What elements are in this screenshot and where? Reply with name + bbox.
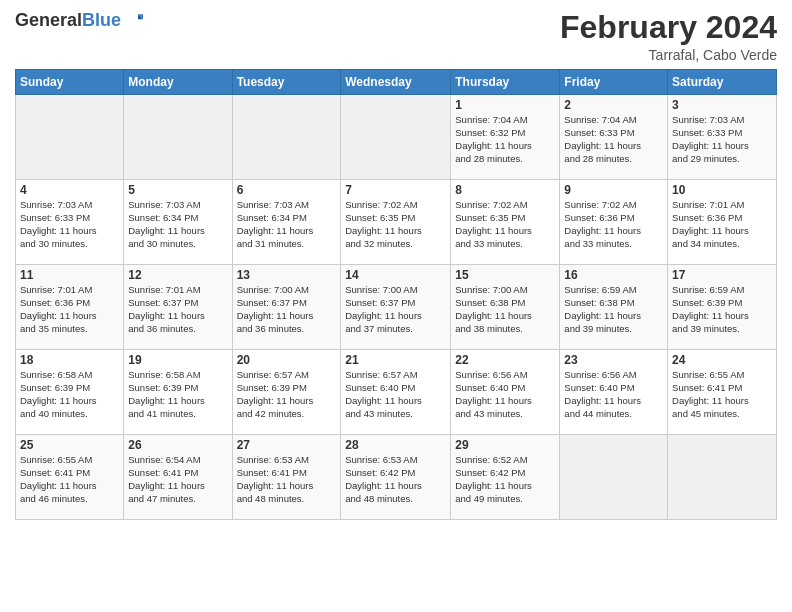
day-number: 22 xyxy=(455,353,555,367)
calendar-cell xyxy=(341,95,451,180)
day-info: Sunrise: 7:01 AM Sunset: 6:37 PM Dayligh… xyxy=(128,284,227,335)
day-number: 14 xyxy=(345,268,446,282)
main-title: February 2024 xyxy=(560,10,777,45)
day-info: Sunrise: 7:03 AM Sunset: 6:34 PM Dayligh… xyxy=(237,199,337,250)
day-number: 25 xyxy=(20,438,119,452)
calendar-cell: 18Sunrise: 6:58 AM Sunset: 6:39 PM Dayli… xyxy=(16,350,124,435)
day-number: 28 xyxy=(345,438,446,452)
day-number: 15 xyxy=(455,268,555,282)
calendar-cell: 24Sunrise: 6:55 AM Sunset: 6:41 PM Dayli… xyxy=(668,350,777,435)
day-info: Sunrise: 7:03 AM Sunset: 6:33 PM Dayligh… xyxy=(672,114,772,165)
calendar-header-thursday: Thursday xyxy=(451,70,560,95)
day-number: 27 xyxy=(237,438,337,452)
day-info: Sunrise: 6:58 AM Sunset: 6:39 PM Dayligh… xyxy=(128,369,227,420)
calendar-cell: 7Sunrise: 7:02 AM Sunset: 6:35 PM Daylig… xyxy=(341,180,451,265)
day-info: Sunrise: 7:01 AM Sunset: 6:36 PM Dayligh… xyxy=(20,284,119,335)
day-number: 11 xyxy=(20,268,119,282)
calendar-cell: 1Sunrise: 7:04 AM Sunset: 6:32 PM Daylig… xyxy=(451,95,560,180)
calendar-cell: 5Sunrise: 7:03 AM Sunset: 6:34 PM Daylig… xyxy=(124,180,232,265)
calendar-cell: 20Sunrise: 6:57 AM Sunset: 6:39 PM Dayli… xyxy=(232,350,341,435)
day-number: 4 xyxy=(20,183,119,197)
day-info: Sunrise: 7:00 AM Sunset: 6:38 PM Dayligh… xyxy=(455,284,555,335)
day-info: Sunrise: 6:56 AM Sunset: 6:40 PM Dayligh… xyxy=(564,369,663,420)
day-info: Sunrise: 7:04 AM Sunset: 6:32 PM Dayligh… xyxy=(455,114,555,165)
day-number: 2 xyxy=(564,98,663,112)
calendar-cell: 22Sunrise: 6:56 AM Sunset: 6:40 PM Dayli… xyxy=(451,350,560,435)
calendar-header-friday: Friday xyxy=(560,70,668,95)
subtitle: Tarrafal, Cabo Verde xyxy=(560,47,777,63)
day-info: Sunrise: 6:57 AM Sunset: 6:40 PM Dayligh… xyxy=(345,369,446,420)
day-info: Sunrise: 7:04 AM Sunset: 6:33 PM Dayligh… xyxy=(564,114,663,165)
calendar-cell: 19Sunrise: 6:58 AM Sunset: 6:39 PM Dayli… xyxy=(124,350,232,435)
day-info: Sunrise: 6:57 AM Sunset: 6:39 PM Dayligh… xyxy=(237,369,337,420)
day-info: Sunrise: 6:52 AM Sunset: 6:42 PM Dayligh… xyxy=(455,454,555,505)
calendar-cell: 14Sunrise: 7:00 AM Sunset: 6:37 PM Dayli… xyxy=(341,265,451,350)
calendar-header-monday: Monday xyxy=(124,70,232,95)
calendar-cell: 11Sunrise: 7:01 AM Sunset: 6:36 PM Dayli… xyxy=(16,265,124,350)
calendar-cell: 28Sunrise: 6:53 AM Sunset: 6:42 PM Dayli… xyxy=(341,435,451,520)
day-number: 9 xyxy=(564,183,663,197)
calendar-cell: 9Sunrise: 7:02 AM Sunset: 6:36 PM Daylig… xyxy=(560,180,668,265)
day-info: Sunrise: 6:55 AM Sunset: 6:41 PM Dayligh… xyxy=(672,369,772,420)
day-number: 6 xyxy=(237,183,337,197)
day-info: Sunrise: 7:00 AM Sunset: 6:37 PM Dayligh… xyxy=(237,284,337,335)
day-info: Sunrise: 6:53 AM Sunset: 6:41 PM Dayligh… xyxy=(237,454,337,505)
day-number: 26 xyxy=(128,438,227,452)
calendar-cell: 10Sunrise: 7:01 AM Sunset: 6:36 PM Dayli… xyxy=(668,180,777,265)
day-info: Sunrise: 6:56 AM Sunset: 6:40 PM Dayligh… xyxy=(455,369,555,420)
calendar-header-sunday: Sunday xyxy=(16,70,124,95)
day-number: 19 xyxy=(128,353,227,367)
calendar-cell xyxy=(232,95,341,180)
calendar-cell: 15Sunrise: 7:00 AM Sunset: 6:38 PM Dayli… xyxy=(451,265,560,350)
calendar-cell xyxy=(16,95,124,180)
calendar-cell: 23Sunrise: 6:56 AM Sunset: 6:40 PM Dayli… xyxy=(560,350,668,435)
calendar-week-5: 25Sunrise: 6:55 AM Sunset: 6:41 PM Dayli… xyxy=(16,435,777,520)
day-info: Sunrise: 7:02 AM Sunset: 6:35 PM Dayligh… xyxy=(345,199,446,250)
page-header: GeneralBlue February 2024 Tarrafal, Cabo… xyxy=(15,10,777,63)
calendar-header-saturday: Saturday xyxy=(668,70,777,95)
day-info: Sunrise: 6:55 AM Sunset: 6:41 PM Dayligh… xyxy=(20,454,119,505)
day-number: 1 xyxy=(455,98,555,112)
day-number: 16 xyxy=(564,268,663,282)
calendar-header-tuesday: Tuesday xyxy=(232,70,341,95)
calendar-cell: 29Sunrise: 6:52 AM Sunset: 6:42 PM Dayli… xyxy=(451,435,560,520)
calendar-header-row: SundayMondayTuesdayWednesdayThursdayFrid… xyxy=(16,70,777,95)
day-number: 23 xyxy=(564,353,663,367)
day-number: 20 xyxy=(237,353,337,367)
day-info: Sunrise: 6:53 AM Sunset: 6:42 PM Dayligh… xyxy=(345,454,446,505)
day-info: Sunrise: 7:01 AM Sunset: 6:36 PM Dayligh… xyxy=(672,199,772,250)
day-number: 21 xyxy=(345,353,446,367)
day-number: 17 xyxy=(672,268,772,282)
day-info: Sunrise: 6:58 AM Sunset: 6:39 PM Dayligh… xyxy=(20,369,119,420)
calendar-cell: 8Sunrise: 7:02 AM Sunset: 6:35 PM Daylig… xyxy=(451,180,560,265)
day-info: Sunrise: 7:02 AM Sunset: 6:36 PM Dayligh… xyxy=(564,199,663,250)
day-info: Sunrise: 7:03 AM Sunset: 6:34 PM Dayligh… xyxy=(128,199,227,250)
day-number: 18 xyxy=(20,353,119,367)
logo-general-text: GeneralBlue xyxy=(15,10,121,31)
logo: GeneralBlue xyxy=(15,10,143,31)
calendar-week-3: 11Sunrise: 7:01 AM Sunset: 6:36 PM Dayli… xyxy=(16,265,777,350)
calendar-cell: 12Sunrise: 7:01 AM Sunset: 6:37 PM Dayli… xyxy=(124,265,232,350)
day-info: Sunrise: 6:54 AM Sunset: 6:41 PM Dayligh… xyxy=(128,454,227,505)
calendar-cell: 3Sunrise: 7:03 AM Sunset: 6:33 PM Daylig… xyxy=(668,95,777,180)
day-number: 7 xyxy=(345,183,446,197)
calendar-cell: 27Sunrise: 6:53 AM Sunset: 6:41 PM Dayli… xyxy=(232,435,341,520)
day-number: 13 xyxy=(237,268,337,282)
day-number: 5 xyxy=(128,183,227,197)
calendar-cell xyxy=(668,435,777,520)
day-number: 12 xyxy=(128,268,227,282)
calendar-cell: 13Sunrise: 7:00 AM Sunset: 6:37 PM Dayli… xyxy=(232,265,341,350)
day-number: 3 xyxy=(672,98,772,112)
calendar-cell xyxy=(560,435,668,520)
day-info: Sunrise: 7:03 AM Sunset: 6:33 PM Dayligh… xyxy=(20,199,119,250)
calendar-week-1: 1Sunrise: 7:04 AM Sunset: 6:32 PM Daylig… xyxy=(16,95,777,180)
calendar-week-2: 4Sunrise: 7:03 AM Sunset: 6:33 PM Daylig… xyxy=(16,180,777,265)
calendar-cell: 4Sunrise: 7:03 AM Sunset: 6:33 PM Daylig… xyxy=(16,180,124,265)
day-info: Sunrise: 6:59 AM Sunset: 6:38 PM Dayligh… xyxy=(564,284,663,335)
day-info: Sunrise: 7:02 AM Sunset: 6:35 PM Dayligh… xyxy=(455,199,555,250)
calendar-header-wednesday: Wednesday xyxy=(341,70,451,95)
calendar-cell: 25Sunrise: 6:55 AM Sunset: 6:41 PM Dayli… xyxy=(16,435,124,520)
calendar-cell: 2Sunrise: 7:04 AM Sunset: 6:33 PM Daylig… xyxy=(560,95,668,180)
calendar-cell: 21Sunrise: 6:57 AM Sunset: 6:40 PM Dayli… xyxy=(341,350,451,435)
day-number: 29 xyxy=(455,438,555,452)
